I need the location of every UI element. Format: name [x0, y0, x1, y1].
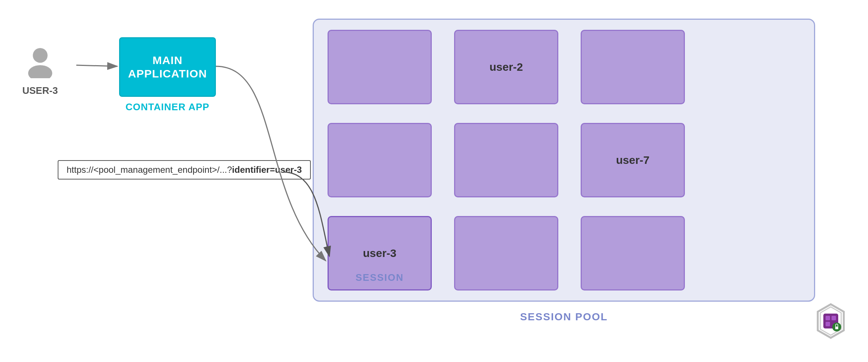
url-box: https://<pool_management_endpoint>/...?i… — [58, 160, 311, 180]
aca-icon — [812, 302, 849, 340]
session-box-user3-label: user-3 — [363, 247, 396, 260]
session-grid: user-2 user-7 user-3 — [328, 30, 685, 290]
svg-rect-6 — [832, 316, 836, 320]
session-box-5 — [454, 123, 558, 197]
url-text-bold: identifier=user-3 — [232, 165, 301, 175]
svg-line-12 — [76, 65, 117, 66]
session-box-6-label: user-7 — [616, 154, 650, 166]
svg-rect-5 — [826, 316, 830, 320]
container-app-label: CONTAINER APP — [119, 101, 216, 113]
session-box-2-label: user-2 — [489, 61, 523, 73]
svg-rect-7 — [826, 322, 830, 326]
session-box-3 — [581, 30, 685, 104]
session-box-2: user-2 — [454, 30, 558, 104]
session-box-9 — [581, 216, 685, 290]
user-label: USER-3 — [22, 85, 58, 96]
session-box-6: user-7 — [581, 123, 685, 197]
user-icon — [23, 45, 57, 78]
svg-point-1 — [28, 65, 52, 78]
user-figure: USER-3 — [22, 45, 58, 96]
session-pool-label: SESSION POOL — [313, 311, 815, 323]
svg-rect-9 — [835, 327, 838, 329]
url-text-plain: https://<pool_management_endpoint>/...? — [67, 165, 232, 175]
session-box-4 — [328, 123, 432, 197]
session-box-8 — [454, 216, 558, 290]
session-label: SESSION — [328, 272, 432, 283]
main-app-box: MAINAPPLICATION — [119, 37, 216, 97]
diagram: USER-3 MAINAPPLICATION CONTAINER APP use… — [0, 0, 868, 362]
svg-point-0 — [33, 48, 48, 63]
session-box-1 — [328, 30, 432, 104]
main-app-label: MAINAPPLICATION — [128, 54, 207, 80]
